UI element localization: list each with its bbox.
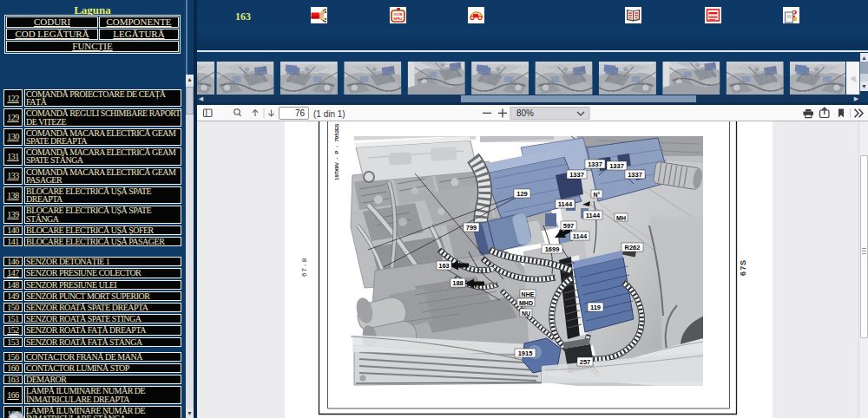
svg-text:80%: 80% (516, 108, 534, 118)
svg-text:597: 597 (563, 222, 575, 230)
svg-text:799: 799 (466, 224, 477, 232)
svg-text:1144: 1144 (573, 232, 588, 240)
svg-text:1337: 1337 (588, 160, 602, 168)
svg-text:1337: 1337 (609, 162, 624, 170)
svg-text:7: 7 (333, 139, 339, 142)
svg-text:-: - (333, 157, 339, 159)
svg-text:1337: 1337 (628, 171, 642, 179)
svg-text:188: 188 (452, 279, 464, 287)
svg-text:6: 6 (300, 272, 308, 277)
svg-text:1915: 1915 (518, 349, 533, 357)
svg-text:6: 6 (739, 271, 747, 276)
svg-text:7: 7 (300, 267, 308, 271)
svg-text:MHD: MHD (519, 300, 533, 306)
svg-text:MRU: MRU (394, 16, 403, 21)
svg-text:N°: N° (594, 192, 601, 198)
svg-text:7: 7 (333, 171, 339, 174)
svg-text:119: 119 (590, 304, 601, 311)
svg-text:9: 9 (333, 135, 339, 139)
svg-text:9: 9 (333, 165, 339, 168)
svg-text:NU: NU (522, 310, 530, 317)
svg-text:S: S (739, 260, 747, 265)
svg-text:-: - (300, 264, 308, 266)
svg-text:?: ? (792, 7, 798, 20)
svg-text:129: 129 (516, 190, 528, 198)
svg-text:MH: MH (616, 215, 626, 221)
svg-text:E: E (333, 127, 339, 130)
svg-text:NHE: NHE (522, 291, 535, 297)
svg-text:-: - (333, 146, 339, 147)
svg-text:V: V (333, 161, 339, 166)
svg-text:2: 2 (333, 129, 339, 133)
svg-text:R262: R262 (625, 244, 641, 251)
svg-text:257: 257 (580, 358, 591, 366)
svg-text:1: 1 (333, 177, 339, 180)
svg-text:1337: 1337 (569, 171, 584, 179)
svg-text:163: 163 (438, 262, 450, 270)
svg-text:7: 7 (739, 266, 747, 271)
svg-text:9: 9 (333, 174, 339, 178)
svg-text:1144: 1144 (586, 212, 601, 219)
svg-text:1699: 1699 (545, 245, 560, 253)
svg-text:5: 5 (333, 133, 339, 136)
svg-text:8: 8 (300, 258, 308, 262)
svg-text:P: P (333, 151, 339, 154)
svg-text:1144: 1144 (558, 200, 573, 208)
